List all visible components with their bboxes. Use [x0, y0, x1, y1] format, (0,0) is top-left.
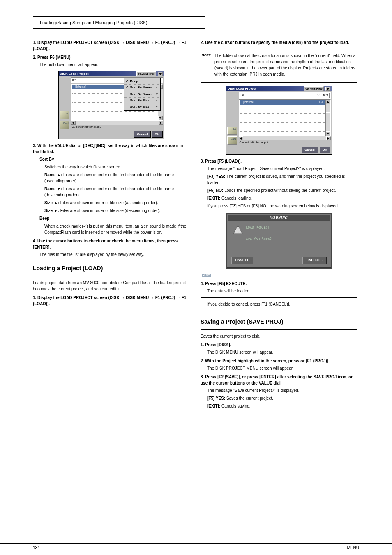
- free-space-badge: 66.7MB Free: [136, 71, 156, 77]
- free-space-badge: 66.7MB Free: [304, 86, 323, 92]
- menu-item-sort-name-desc[interactable]: Sort By Name ▼: [124, 92, 160, 98]
- page-header-box: Loading/Saving Songs and Managing Projec…: [33, 16, 205, 29]
- opt-yes-label: [F3] YES:: [207, 174, 225, 179]
- path-field: Int\ 1/ 1 item: [239, 92, 331, 99]
- scroll-down-button[interactable]: [158, 116, 163, 120]
- sort-asc-icon: ▲: [155, 85, 159, 90]
- drive-internal-icon[interactable]: Int: [60, 111, 69, 119]
- scroll-right-button[interactable]: [326, 136, 331, 140]
- vertical-scrollbar[interactable]: [325, 100, 330, 136]
- cancel-button[interactable]: Cancel: [134, 131, 150, 138]
- cancel-button[interactable]: Cancel: [302, 147, 318, 153]
- step-1b-heading: 1. Display the LOAD PROJECT screen (DISK…: [33, 295, 189, 307]
- save-opt-exit-label: [EXIT]:: [207, 404, 220, 408]
- dialog-title: DISK Load Project: [60, 71, 89, 76]
- chevron-down-icon: [326, 88, 330, 90]
- save-opt-yes-label: [F5] YES:: [207, 396, 225, 401]
- hr: [201, 311, 357, 311]
- right-column: 2. Use the cursor buttons to specify the…: [201, 37, 357, 411]
- list-item: [72, 112, 157, 116]
- chevron-down-icon: [159, 117, 161, 119]
- sort-name-desc-label: Name ▼:: [44, 187, 62, 191]
- warning-cancel-button[interactable]: CANCEL: [231, 257, 254, 264]
- menu-item-sort-name-asc[interactable]: ✓ Sort By Name ▲: [124, 85, 160, 91]
- opt-exit-label: [EXIT]:: [207, 196, 220, 200]
- sort-by-body: Switches the way in which files are sort…: [44, 164, 189, 170]
- note-text: The folder shown at the cursor location …: [214, 53, 357, 77]
- warning-execute-button[interactable]: EXECUTE: [302, 257, 327, 264]
- scroll-left-button[interactable]: [239, 136, 243, 140]
- list-item: [240, 118, 325, 123]
- menu-item-beep[interactable]: ✓ Beep: [124, 78, 160, 85]
- sort-menu-popup: ✓ Beep ✓ Sort By Name ▲ Sort By Name ▼: [124, 78, 161, 111]
- list-item: [240, 109, 325, 114]
- step-4b-body: The data will be loaded.: [207, 288, 357, 294]
- warning-line-2: Are You Sure?: [246, 237, 272, 242]
- chevron-right-icon: [327, 137, 329, 140]
- step-2c-heading: 2. With the Project highlighted in the s…: [201, 358, 357, 364]
- scroll-left-button[interactable]: [71, 121, 76, 125]
- dialog-load-project-with-menu: DISK Load Project 66.7MB Free Int Card I…: [58, 71, 164, 139]
- warning-caption: If you press [F3] YES or [F5] NO, the wa…: [207, 203, 357, 209]
- sort-desc-icon: ▼: [155, 92, 159, 97]
- page-header-title: Loading/Saving Songs and Managing Projec…: [40, 20, 148, 25]
- menu-dropdown-button[interactable]: [158, 72, 163, 76]
- ok-button[interactable]: OK: [152, 131, 163, 138]
- drive-internal-icon[interactable]: Int: [227, 127, 237, 135]
- opt-yes-text: The current project is saved, and then t…: [207, 174, 345, 185]
- save-body: Saves the current project to disk.: [201, 333, 357, 339]
- check-icon: ✓: [126, 79, 129, 84]
- sort-desc-icon: ▼: [155, 104, 159, 109]
- step-2-heading: 2. Press F6 (MENU).: [33, 54, 189, 60]
- scroll-up-button[interactable]: [326, 100, 330, 104]
- hr: [201, 82, 357, 83]
- sort-size-desc-label: Size ▼:: [44, 208, 59, 213]
- page-number: 134: [33, 546, 40, 550]
- file-list[interactable]: [Internal .PRJ ]: [239, 99, 331, 136]
- left-column: 1. Display the LOAD PROJECT screen (DISK…: [33, 37, 189, 308]
- status-line: Current:Int\Internal.prj\: [239, 140, 331, 145]
- ok-button[interactable]: OK: [320, 147, 330, 153]
- menu-item-sort-size-desc[interactable]: Sort By Size ▼: [124, 104, 160, 110]
- list-item: [240, 114, 325, 118]
- column-divider: [196, 37, 196, 394]
- step-2c-body: The DISK PROJECT MENU screen will appear…: [207, 365, 357, 371]
- step-4-body: The files in the file list are displayed…: [39, 251, 189, 258]
- chevron-left-icon: [72, 122, 74, 124]
- chevron-left-icon: [240, 137, 242, 140]
- section-divider: [201, 329, 357, 330]
- drive-card-icon[interactable]: Card: [227, 136, 237, 145]
- scroll-down-button[interactable]: [326, 131, 330, 136]
- list-item[interactable]: [Internal .PRJ ]: [240, 100, 325, 105]
- sort-by-label: Sort By: [39, 157, 54, 161]
- chevron-down-icon: [159, 73, 162, 75]
- step-2-body: The pull-down menu will appear.: [39, 62, 189, 68]
- step-1-heading: 1. Display the LOAD PROJECT screen (DISK…: [33, 39, 189, 52]
- opt-exit-text: Cancels loading.: [221, 196, 252, 200]
- svg-text:!: !: [237, 227, 239, 234]
- sort-name-asc-label: Name ▲:: [44, 173, 62, 177]
- list-item: [240, 123, 325, 127]
- item-count: 1/ 1 item: [313, 93, 330, 98]
- scroll-right-button[interactable]: [159, 121, 163, 125]
- footer-section: MENU: [347, 546, 359, 550]
- horizontal-scrollbar[interactable]: [71, 121, 163, 125]
- step-4-heading: 4. Use the cursor buttons to check or un…: [33, 238, 189, 250]
- dialog-load-project: DISK Load Project 66.7MB Free Int Card I…: [226, 86, 332, 155]
- sort-size-asc-value: Files are shown in order of file size (a…: [60, 200, 158, 205]
- step-4b-heading: 4. Press [F5] EXECUTE.: [201, 281, 357, 287]
- menu-dropdown-button[interactable]: [325, 87, 330, 91]
- step-3c-heading: 3. Press [F2 (SAVE)], or press [ENTER] a…: [201, 374, 357, 386]
- chevron-up-icon: [327, 101, 329, 103]
- sort-asc-icon: ▲: [155, 98, 159, 103]
- menu-item-sort-size-asc[interactable]: Sort By Size ▲: [124, 98, 160, 104]
- section-title-load: Loading a Project (LOAD): [33, 264, 189, 273]
- horizontal-scrollbar[interactable]: [239, 136, 331, 140]
- scroll-thumb[interactable]: [326, 112, 330, 113]
- step-1c-heading: 1. Press [DISK].: [201, 342, 357, 348]
- chevron-right-icon: [160, 122, 161, 124]
- dialog-titlebar: DISK Load Project 66.7MB Free: [59, 71, 164, 76]
- step-3c-body: The message "Save current Project?" is d…: [207, 387, 357, 394]
- drive-card-icon[interactable]: Card: [60, 121, 69, 129]
- opt-no-label: [F5] NO:: [207, 188, 223, 193]
